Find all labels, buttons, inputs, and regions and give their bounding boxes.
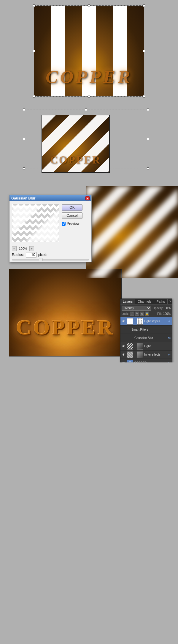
layer-thumb-light xyxy=(127,343,133,350)
canvas-final: COPPER xyxy=(9,269,122,356)
layer-thumb-copper: T xyxy=(127,360,133,363)
layers-list: 👁 Light stripes ⊕ Smart Filters xyxy=(120,317,172,362)
canvas-2: COPPER xyxy=(42,115,110,173)
handle-tl[interactable] xyxy=(33,4,35,7)
gaussian-blur-dialog: Gaussian Blur × OK Cancel Preview xyxy=(9,195,92,262)
handle-tm[interactable] xyxy=(88,4,90,7)
radius-unit: pixels xyxy=(38,253,47,257)
layer-name-light-stripes: Light stripes xyxy=(144,320,167,323)
layer-smart-icon-light-stripes xyxy=(137,318,143,325)
lock-pixels-icon[interactable]: ✎ xyxy=(135,312,139,316)
layer-visibility-smart-filters[interactable] xyxy=(126,328,131,332)
transform-handle-bl[interactable] xyxy=(23,167,25,170)
lock-all-icon[interactable]: 🔒 xyxy=(145,312,149,316)
layer-visibility-copper[interactable]: 👁 xyxy=(122,361,126,363)
dialog-footer: − 100% + Radius: pixels xyxy=(9,245,91,262)
final-copper-text: COPPER xyxy=(9,315,121,340)
blend-mode-select[interactable]: Overlay xyxy=(122,306,151,311)
tab-channels[interactable]: Channels xyxy=(135,299,154,304)
blurred-stripes xyxy=(86,186,178,278)
transform-handle-ml[interactable] xyxy=(23,138,25,140)
layer-name-gaussian-blur: Gaussian Blur xyxy=(134,336,167,340)
opacity-label: Opacity: xyxy=(152,307,163,310)
layer-thumb-light-stripes xyxy=(127,318,133,325)
radius-input[interactable] xyxy=(26,252,36,257)
layers-controls: Overlay Opacity: 50% Lock: / ✎ ⊕ 🔒 Fill:… xyxy=(120,304,172,317)
handle-bm[interactable] xyxy=(88,95,90,98)
layer-item-smart-filters[interactable]: Smart Filters xyxy=(120,326,172,334)
dialog-close-button[interactable]: × xyxy=(85,196,90,200)
layer-visibility-gaussian-blur[interactable] xyxy=(129,336,134,340)
layer-link-light xyxy=(134,343,136,350)
section3-inner: Gaussian Blur × OK Cancel Preview xyxy=(0,186,178,253)
layer-name-smart-filters: Smart Filters xyxy=(131,328,171,331)
layer-mask-inner-effects xyxy=(137,351,143,358)
dialog-title: Gaussian Blur xyxy=(11,196,35,200)
layers-tabs: Layers Channels Paths ✕ xyxy=(120,299,172,304)
fill-value: 100% xyxy=(163,312,171,315)
layer-item-light[interactable]: 👁 Light xyxy=(120,342,172,351)
layer-visibility-inner-effects[interactable]: 👁 xyxy=(122,353,126,357)
dialog-titlebar: Gaussian Blur × xyxy=(9,195,91,201)
lock-position-icon[interactable]: ⊕ xyxy=(140,312,144,316)
slider-row xyxy=(12,259,89,260)
radius-slider-track xyxy=(12,259,89,260)
dialog-ok-button[interactable]: OK xyxy=(62,204,82,211)
dialog-cancel-button[interactable]: Cancel xyxy=(62,212,82,219)
copper-text-1: COPPER xyxy=(34,66,144,87)
layer-name-copper: COPPER xyxy=(134,361,167,362)
handle-bl[interactable] xyxy=(33,95,35,98)
dialog-preview xyxy=(12,204,59,242)
canvas-wrapper-1: COPPER xyxy=(34,5,144,97)
layer-item-copper[interactable]: 👁 T COPPER ƒ× xyxy=(120,359,172,362)
radius-label: Radius: xyxy=(12,253,24,257)
layers-panel: Layers Channels Paths ✕ Overlay Opacity:… xyxy=(120,299,172,362)
layer-name-inner-effects: Inner effects xyxy=(144,353,167,356)
transform-handle-tl[interactable] xyxy=(23,109,25,111)
lock-fill-row: Lock: / ✎ ⊕ 🔒 Fill: 100% xyxy=(122,312,171,316)
layer-item-gaussian-blur[interactable]: Gaussian Blur ƒ× xyxy=(120,334,172,342)
layer-item-inner-effects[interactable]: 👁 Inner effects ƒ× xyxy=(120,351,172,359)
transform-outer: COPPER xyxy=(18,103,160,179)
lock-transparency-icon[interactable]: / xyxy=(130,312,134,316)
transform-handle-mr[interactable] xyxy=(147,138,149,140)
zoom-out-button[interactable]: − xyxy=(12,246,17,251)
dialog-preview-label: Preview xyxy=(67,222,80,226)
handle-mr[interactable] xyxy=(143,50,145,52)
layer-mask-light xyxy=(137,343,143,350)
tab-layers[interactable]: Layers xyxy=(120,299,135,304)
dialog-zoom-row: − 100% + xyxy=(12,246,89,251)
layer-visibility-light[interactable]: 👁 xyxy=(122,344,126,348)
dialog-preview-checkbox[interactable] xyxy=(62,222,66,226)
zoom-in-button[interactable]: + xyxy=(29,246,34,251)
transform-handle-br[interactable] xyxy=(147,167,149,170)
opacity-value: 50% xyxy=(165,307,171,310)
lock-icons: / ✎ ⊕ 🔒 xyxy=(130,312,149,316)
handle-ml[interactable] xyxy=(33,50,35,52)
layer-item-light-stripes[interactable]: 👁 Light stripes ⊕ xyxy=(120,317,172,326)
zoom-value: 100% xyxy=(18,247,28,250)
layer-smart-badge: ⊕ xyxy=(168,320,171,323)
canvas-3-background xyxy=(86,186,178,278)
transform-handle-tr[interactable] xyxy=(147,109,149,111)
layer-link-light-stripes xyxy=(134,318,136,325)
handle-br[interactable] xyxy=(143,95,145,98)
layer-fx-copper: ƒ× xyxy=(168,362,171,363)
section3-gaussian-blur: Gaussian Blur × OK Cancel Preview xyxy=(0,183,178,265)
radius-slider-thumb[interactable] xyxy=(39,258,42,261)
tab-paths[interactable]: Paths xyxy=(154,299,168,304)
handle-tr[interactable] xyxy=(143,4,145,7)
dialog-buttons: OK Cancel Preview xyxy=(62,204,82,242)
layer-visibility-light-stripes[interactable]: 👁 xyxy=(122,319,126,323)
lock-label: Lock: xyxy=(122,312,129,315)
section2-rotated-stripes: COPPER xyxy=(0,100,178,183)
transform-handle-tm[interactable] xyxy=(85,109,87,111)
dialog-preview-row: Preview xyxy=(62,222,82,226)
layer-fx-gaussian: ƒ× xyxy=(168,337,171,340)
tabs-close[interactable]: ✕ xyxy=(168,299,173,304)
section4-inner: COPPER Layers Channels Paths ✕ Overlay O… xyxy=(9,269,169,356)
canvas-1: COPPER xyxy=(34,6,144,96)
radius-row: Radius: pixels xyxy=(12,252,89,257)
section4-final: COPPER Layers Channels Paths ✕ Overlay O… xyxy=(0,265,178,362)
dialog-preview-image xyxy=(12,205,59,242)
